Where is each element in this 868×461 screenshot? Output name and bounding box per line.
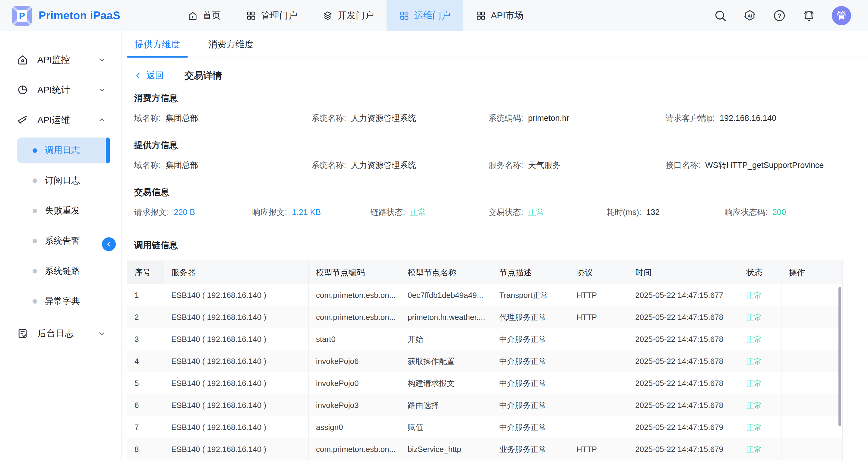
cell-time: 2025-05-22 14:47:15.679 <box>628 438 739 460</box>
detail-header: 返回 交易详情 <box>122 58 868 85</box>
sidebar-item-label: 系统链路 <box>45 265 80 277</box>
call-chain-table: 序号 服务器 模型节点编码 模型节点名称 节点描述 协议 时间 状态 操作 1 <box>127 260 843 461</box>
chevron-left-icon <box>134 72 142 80</box>
document-check-icon <box>17 328 28 339</box>
svg-text:AI: AI <box>747 13 752 19</box>
avatar[interactable]: 管 <box>832 6 851 25</box>
col-header-action: 操作 <box>781 261 843 284</box>
cell-node-desc: 中介服务正常 <box>492 417 569 438</box>
tab-label: 消费方维度 <box>208 38 253 51</box>
field-system-name: 系统名称:人力资源管理系统 <box>311 113 489 124</box>
cell-action <box>781 394 843 417</box>
sidebar-item-exception-dict[interactable]: 异常字典 <box>17 288 107 314</box>
cell-action <box>781 372 843 394</box>
sidebar-collapse-button[interactable] <box>102 237 116 251</box>
field-interface-name: 接口名称:WS转HTTP_getSupportProvince <box>666 160 843 171</box>
bell-icon[interactable] <box>802 9 815 22</box>
nav-item-admin-portal[interactable]: 管理门户 <box>234 0 310 31</box>
layers-icon <box>322 10 333 21</box>
cell-status: 正常 <box>739 417 781 438</box>
cell-server: ESB140 ( 192.168.16.140 ) <box>164 284 309 306</box>
dimension-tabbar: 提供方维度 消费方维度 <box>122 31 868 58</box>
status-badge: 200 <box>772 208 786 217</box>
cell-node-code: start0 <box>309 328 400 350</box>
field-service-name: 服务名称:天气服务 <box>489 160 666 171</box>
table-row: 2 ESB140 ( 192.168.16.140 ) com.primeton… <box>127 306 843 328</box>
table-header-row: 序号 服务器 模型节点编码 模型节点名称 节点描述 协议 时间 状态 操作 <box>127 261 843 284</box>
table-row: 7 ESB140 ( 192.168.16.140 ) assign0 赋值 中… <box>127 417 843 438</box>
sidebar-item-label: API统计 <box>37 84 70 96</box>
sidebar-item-failed-retry[interactable]: 失败重发 <box>17 198 107 224</box>
cell-status: 正常 <box>739 306 781 328</box>
divider <box>174 70 174 81</box>
nav-item-api-market[interactable]: API市场 <box>463 0 536 31</box>
tab-provider-dimension[interactable]: 提供方维度 <box>133 31 181 58</box>
main-content: 提供方维度 消费方维度 返回 交易详情 消费方信息 域名称:集团总部 系统名称:… <box>122 31 868 461</box>
cell-protocol <box>569 372 628 394</box>
nav-item-dev-portal[interactable]: 开发门户 <box>310 0 386 31</box>
field-response-payload: 响应报文:1.21 KB <box>252 207 371 218</box>
cell-node-name: 开始 <box>400 328 492 350</box>
cell-protocol: HTTP <box>569 306 628 328</box>
cell-node-name: 获取操作配置 <box>400 350 492 372</box>
response-payload-link[interactable]: 1.21 KB <box>292 208 321 217</box>
bullet-icon <box>33 179 37 183</box>
cell-node-name: bizService_http <box>400 438 492 460</box>
nav-item-ops-portal[interactable]: 运维门户 <box>386 0 463 31</box>
cell-node-name: 0ec7ffdb1deb49a49... <box>400 284 492 306</box>
brand[interactable]: P Primeton iPaaS <box>12 6 175 26</box>
grid-icon <box>246 10 256 21</box>
back-button[interactable]: 返回 <box>134 70 164 82</box>
cell-server: ESB140 ( 192.168.16.140 ) <box>164 394 309 417</box>
cell-node-code: com.primeton.esb.on... <box>309 438 400 460</box>
sidebar-item-api-ops[interactable]: API运维 <box>0 105 121 135</box>
megaphone-icon <box>17 114 28 126</box>
section-title-transaction: 交易信息 <box>134 186 868 198</box>
field-system-name: 系统名称:人力资源管理系统 <box>311 160 489 171</box>
cell-status: 正常 <box>739 394 781 417</box>
chevron-down-icon <box>98 86 106 94</box>
section-title-provider: 提供方信息 <box>134 139 868 151</box>
nav-item-home[interactable]: 首页 <box>175 0 234 31</box>
bullet-icon <box>33 239 37 243</box>
help-icon[interactable]: ? <box>773 9 786 22</box>
cell-server: ESB140 ( 192.168.16.140 ) <box>164 372 309 394</box>
bullet-icon <box>33 269 37 273</box>
brand-name: Primeton iPaaS <box>39 9 120 22</box>
cell-server: ESB140 ( 192.168.16.140 ) <box>164 350 309 372</box>
ai-assistant-icon[interactable]: AI <box>743 9 756 22</box>
sidebar-item-call-log[interactable]: 调用日志 <box>17 137 107 163</box>
cell-action <box>781 417 843 438</box>
cell-node-desc: 中介服务正常 <box>492 350 569 372</box>
cell-protocol <box>569 394 628 417</box>
field-domain-name: 域名称:集团总部 <box>134 113 311 124</box>
field-request-payload: 请求报文:220 B <box>134 207 252 218</box>
cell-server: ESB140 ( 192.168.16.140 ) <box>164 438 309 460</box>
request-payload-link[interactable]: 220 B <box>174 208 195 217</box>
cell-node-code: invokePojo0 <box>309 372 400 394</box>
sidebar-item-api-monitor[interactable]: API监控 <box>0 44 121 75</box>
tab-consumer-dimension[interactable]: 消费方维度 <box>207 31 255 58</box>
sidebar-item-system-link[interactable]: 系统链路 <box>17 258 107 284</box>
cell-status: 正常 <box>739 372 781 394</box>
sidebar-item-label: 失败重发 <box>45 205 80 217</box>
search-icon[interactable] <box>714 9 727 22</box>
sidebar-item-label: 调用日志 <box>45 145 80 156</box>
cell-node-name: 构建请求报文 <box>400 372 492 394</box>
cell-protocol <box>569 328 628 350</box>
cell-action <box>781 438 843 460</box>
sidebar-item-label: 订阅日志 <box>45 175 80 187</box>
top-navbar: P Primeton iPaaS 首页 管理门户 开发门户 运维门户 API市场… <box>0 0 868 31</box>
table-scrollbar[interactable] <box>838 287 841 426</box>
sidebar-item-system-alert[interactable]: 系统告警 <box>17 228 107 254</box>
nav-item-label: 开发门户 <box>338 9 374 22</box>
svg-text:?: ? <box>777 12 781 20</box>
sidebar-item-backend-log[interactable]: 后台日志 <box>0 318 121 348</box>
sidebar-item-api-stats[interactable]: API统计 <box>0 75 121 105</box>
cell-action <box>781 328 843 350</box>
tab-label: 提供方维度 <box>135 38 180 51</box>
field-response-code: 响应状态码:200 <box>724 207 843 218</box>
sidebar-item-subscribe-log[interactable]: 订阅日志 <box>17 167 107 193</box>
monitor-home-icon <box>17 54 28 65</box>
cell-status: 正常 <box>739 350 781 372</box>
